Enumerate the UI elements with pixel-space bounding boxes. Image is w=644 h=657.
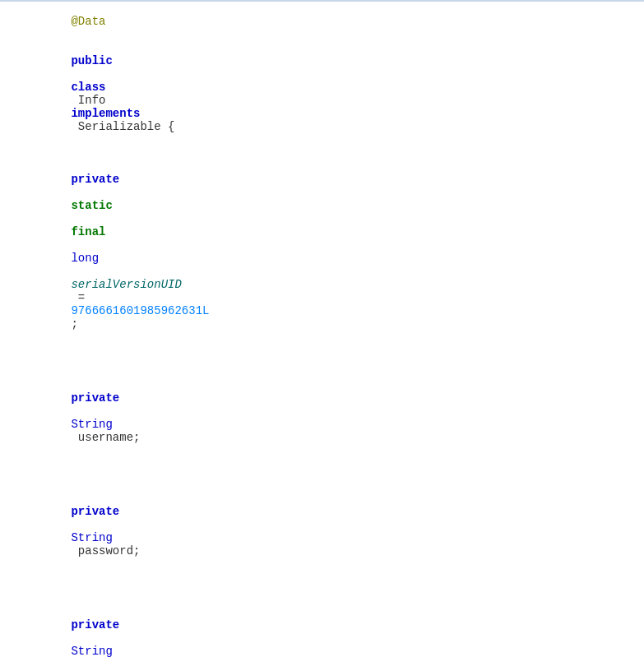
code-line-4: [0, 344, 644, 365]
code-line-2: public class Info implements Serializabl…: [0, 41, 644, 146]
code-editor: @Data public class Info implements Seria…: [0, 0, 644, 657]
code-line-7: private String password;: [0, 479, 644, 571]
code-line-8: [0, 571, 644, 592]
line-content-7: private String password;: [30, 479, 644, 571]
line-content-3: private static final long serialVersionU…: [30, 146, 644, 344]
line-content-5: private String username;: [30, 365, 644, 457]
line-content-2: public class Info implements Serializabl…: [30, 41, 644, 146]
code-line-3: private static final long serialVersionU…: [0, 146, 644, 344]
line-content-1: @Data: [30, 2, 644, 41]
code-line-1: @Data: [0, 2, 644, 41]
code-line-5: private String username;: [0, 365, 644, 457]
code-line-6: [0, 457, 644, 479]
code-line-9: private String perm;: [0, 592, 644, 657]
line-content-9: private String perm;: [30, 592, 644, 657]
